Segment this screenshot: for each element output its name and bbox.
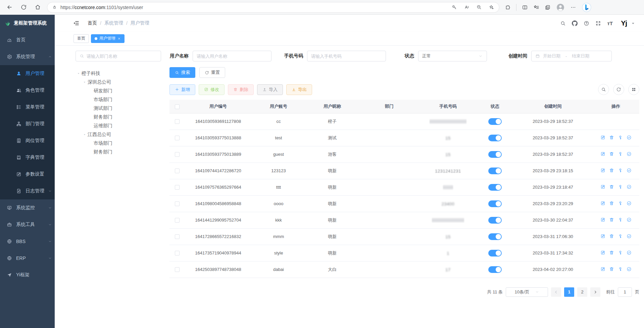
- tree-node[interactable]: 市场部门: [76, 95, 169, 104]
- back-button[interactable]: [3, 2, 15, 13]
- action-edit-icon[interactable]: [600, 168, 605, 173]
- action-key-icon[interactable]: [618, 184, 623, 189]
- sidebar-item-system[interactable]: 系统管理: [0, 48, 55, 65]
- row-checkbox[interactable]: [175, 136, 180, 140]
- row-checkbox[interactable]: [175, 267, 180, 272]
- read-aloud-icon[interactable]: [464, 4, 469, 10]
- import-button[interactable]: 导入: [257, 84, 283, 95]
- action-key-icon[interactable]: [618, 135, 623, 140]
- user-menu-caret-icon[interactable]: [630, 21, 636, 27]
- action-delete-icon[interactable]: [609, 168, 614, 173]
- sidebar-item-tools[interactable]: 系统工具: [0, 216, 55, 233]
- sidebar-item-monitor[interactable]: 系统监控: [0, 199, 55, 216]
- status-toggle[interactable]: [488, 168, 502, 174]
- tree-node[interactable]: 财务部门: [76, 148, 169, 156]
- action-delete-icon[interactable]: [609, 135, 614, 140]
- action-check-icon[interactable]: [627, 201, 632, 206]
- zoom-out-icon[interactable]: [476, 4, 482, 10]
- action-delete-icon[interactable]: [609, 151, 614, 156]
- row-checkbox[interactable]: [175, 251, 180, 255]
- action-key-icon[interactable]: [618, 250, 623, 255]
- page-button-1[interactable]: 1: [564, 287, 574, 297]
- action-delete-icon[interactable]: [609, 217, 614, 222]
- sidebar-item-post[interactable]: 岗位管理: [0, 132, 55, 149]
- sidebar-item-home[interactable]: 首页: [0, 32, 55, 48]
- profile-icon[interactable]: [556, 3, 565, 12]
- action-check-icon[interactable]: [627, 168, 632, 173]
- action-edit-icon[interactable]: [600, 217, 605, 222]
- url-bar[interactable]: https://ccnetcore.com:1101/system/user: [47, 2, 499, 13]
- tab-用户管理[interactable]: 用户管理: [91, 34, 125, 43]
- tree-node[interactable]: 财务部门: [76, 113, 169, 122]
- sidebar-item-user[interactable]: 用户管理: [0, 65, 55, 82]
- sidebar-item-role[interactable]: 角色管理: [0, 82, 55, 99]
- action-edit-icon[interactable]: [600, 234, 605, 239]
- action-delete-icon[interactable]: [609, 201, 614, 206]
- username-input[interactable]: [193, 51, 271, 61]
- key-icon[interactable]: [451, 4, 457, 10]
- action-check-icon[interactable]: [627, 234, 632, 239]
- status-toggle[interactable]: [488, 151, 502, 158]
- sidebar-item-param[interactable]: 参数设置: [0, 166, 55, 183]
- search-button[interactable]: 搜索: [169, 67, 195, 78]
- action-delete-icon[interactable]: [609, 250, 614, 255]
- action-edit-icon[interactable]: [600, 201, 605, 206]
- status-toggle[interactable]: [488, 266, 502, 273]
- add-button[interactable]: 新增: [169, 84, 195, 95]
- action-check-icon[interactable]: [627, 184, 632, 189]
- fullscreen-icon[interactable]: [595, 20, 601, 26]
- reset-button[interactable]: 重置: [199, 67, 225, 78]
- refresh-button[interactable]: [17, 2, 30, 13]
- tab-首页[interactable]: 首页: [73, 34, 89, 43]
- tree-node[interactable]: 运维部门: [76, 122, 169, 130]
- row-checkbox[interactable]: [175, 119, 180, 124]
- dept-search-input[interactable]: [76, 51, 161, 61]
- tree-node[interactable]: 江西总公司: [76, 130, 169, 139]
- sidebar-item-dict[interactable]: 字典管理: [0, 149, 55, 166]
- sidebar-collapse-icon[interactable]: [73, 20, 80, 27]
- action-key-icon[interactable]: [618, 267, 623, 272]
- row-checkbox[interactable]: [175, 201, 180, 206]
- circle-search-button[interactable]: [598, 84, 609, 95]
- close-icon[interactable]: [117, 37, 121, 40]
- status-toggle[interactable]: [488, 200, 502, 207]
- modify-button[interactable]: 修改: [199, 84, 225, 95]
- sidebar-item-menu[interactable]: 菜单管理: [0, 99, 55, 115]
- home-button[interactable]: [32, 2, 44, 13]
- tree-node[interactable]: 测试部门: [76, 104, 169, 113]
- breadcrumb-item[interactable]: 用户管理: [131, 20, 149, 26]
- action-edit-icon[interactable]: [600, 135, 605, 140]
- dept-search-field[interactable]: [87, 54, 157, 59]
- status-toggle[interactable]: [488, 217, 502, 224]
- status-select[interactable]: 正常: [418, 51, 487, 61]
- status-toggle[interactable]: [488, 135, 502, 141]
- action-delete-icon[interactable]: [609, 234, 614, 239]
- phone-input[interactable]: [307, 51, 386, 61]
- sidebar-item-erp[interactable]: ERP: [0, 250, 55, 267]
- action-check-icon[interactable]: [627, 267, 632, 272]
- user-avatar[interactable]: Yj: [621, 19, 627, 27]
- sidebar-item-dept[interactable]: 部门管理: [0, 115, 55, 132]
- status-toggle[interactable]: [488, 233, 502, 240]
- github-icon[interactable]: [572, 20, 578, 26]
- action-edit-icon[interactable]: [600, 250, 605, 255]
- page-button-2[interactable]: 2: [577, 287, 587, 297]
- row-checkbox[interactable]: [175, 185, 180, 190]
- delete-button[interactable]: 删除: [228, 84, 254, 95]
- breadcrumb-item[interactable]: 系统管理: [104, 20, 123, 26]
- sidebar-item-yiframe[interactable]: Yi框架: [0, 267, 55, 283]
- action-key-icon[interactable]: [618, 151, 623, 156]
- action-delete-icon[interactable]: [609, 267, 614, 272]
- action-delete-icon[interactable]: [609, 184, 614, 189]
- tree-node[interactable]: 深圳总公司: [76, 78, 169, 87]
- prev-page-button[interactable]: [551, 287, 561, 297]
- extensions-icon[interactable]: [505, 4, 511, 10]
- font-size-icon[interactable]: тT: [607, 20, 613, 26]
- action-key-icon[interactable]: [618, 168, 623, 173]
- row-checkbox[interactable]: [175, 152, 180, 157]
- action-key-icon[interactable]: [618, 234, 623, 239]
- search-icon[interactable]: [560, 20, 566, 26]
- goto-page-input[interactable]: [618, 287, 632, 297]
- select-all-checkbox[interactable]: [175, 104, 180, 109]
- more-icon[interactable]: [570, 4, 576, 10]
